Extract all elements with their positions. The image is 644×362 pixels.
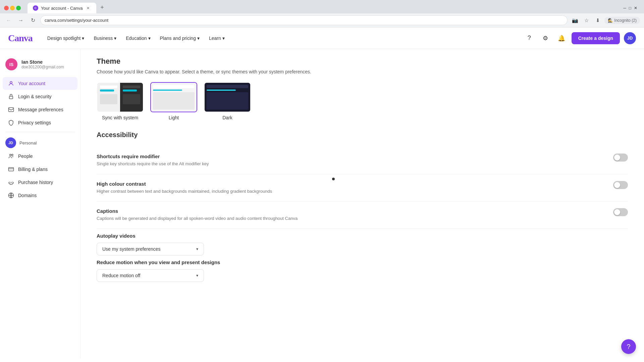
sidebar-item-purchase-history[interactable]: Purchase history (3, 176, 77, 189)
dark-label: Dark (222, 115, 232, 120)
tab-close-btn[interactable]: ✕ (86, 5, 91, 11)
user-avatar[interactable]: JD (624, 32, 636, 44)
nav-plans-pricing[interactable]: Plans and pricing ▾ (156, 33, 204, 44)
preview-bar-teal (100, 89, 114, 92)
browser-title-bar: C Your account - Canva ✕ + ─ □ ✕ (0, 0, 644, 13)
sidebar-item-privacy-settings[interactable]: Privacy settings (3, 116, 77, 129)
tab-bar: C Your account - Canva ✕ + (23, 3, 111, 13)
svg-point-3 (10, 154, 11, 156)
new-tab-btn[interactable]: + (98, 3, 107, 12)
chevron-down-icon-2: ▾ (196, 273, 198, 278)
sidebar-item-people[interactable]: People (3, 150, 77, 163)
window-maximize-btn[interactable] (16, 6, 21, 10)
sidebar-label-purchase-history: Purchase history (18, 180, 53, 185)
sidebar-item-domains[interactable]: Domains (3, 189, 77, 202)
autoplay-value: Use my system preferences (102, 246, 161, 252)
browser-address-bar: ← → ↻ 📷 ☆ ⬇ 🕵 Incognito (2) (0, 13, 644, 27)
personal-avatar: JD (5, 137, 16, 148)
bookmark-icon[interactable]: ☆ (582, 16, 591, 25)
forward-btn[interactable]: → (16, 16, 25, 25)
autoplay-wrapper: Autoplay videos Use my system preference… (97, 233, 628, 255)
sidebar-item-billing-plans[interactable]: Billing & plans (3, 163, 77, 176)
preview-bar-light (100, 85, 117, 88)
help-button[interactable]: ? (621, 339, 636, 354)
contrast-toggle[interactable] (613, 181, 628, 189)
accessibility-item-contrast: High colour contrast Higher contrast bet… (97, 174, 628, 202)
nav-learn[interactable]: Learn ▾ (205, 33, 229, 44)
account-icon (8, 80, 14, 86)
help-icon-btn[interactable]: ? (523, 32, 535, 44)
chevron-down-icon: ▾ (148, 36, 151, 41)
dark-teal-bar (207, 89, 236, 91)
captions-label: Captions (97, 208, 605, 214)
dark-content (207, 92, 248, 110)
win-close[interactable]: ✕ (634, 6, 637, 10)
shortcuts-toggle[interactable] (613, 154, 628, 162)
svg-rect-5 (9, 168, 14, 171)
win-restore[interactable]: □ (629, 6, 631, 10)
reduce-motion-label: Reduce motion when you view and present … (97, 259, 628, 265)
chevron-down-icon: ▾ (196, 247, 198, 251)
sidebar-item-login-security[interactable]: Login & security (3, 90, 77, 103)
accessibility-item-shortcuts: Shortcuts require modifier Single key sh… (97, 147, 628, 174)
theme-option-dark[interactable]: Dark (204, 82, 251, 120)
sync-preview-inner (97, 83, 143, 112)
content-area: Theme Choose how you'd like Canva to app… (80, 49, 644, 359)
personal-label: Personal (19, 140, 37, 145)
notifications-icon-btn[interactable]: 🔔 (555, 32, 568, 44)
sidebar: IS Ian Stone doe301200@gmail.com Your ac… (0, 49, 80, 359)
address-input[interactable] (40, 15, 568, 25)
window-close-btn[interactable] (4, 6, 9, 10)
incognito-badge: 🕵 Incognito (2) (604, 17, 640, 24)
chevron-down-icon: ▾ (114, 36, 116, 41)
sidebar-label-people: People (18, 154, 33, 159)
settings-icon-btn[interactable]: ⚙ (539, 32, 551, 44)
sidebar-item-your-account[interactable]: Your account (3, 77, 77, 90)
sync-half-dark (120, 83, 143, 112)
autoplay-dropdown[interactable]: Use my system preferences ▾ (97, 243, 204, 255)
win-minimize[interactable]: ─ (623, 6, 626, 10)
svg-rect-1 (9, 96, 13, 99)
create-design-btn[interactable]: Create a design (572, 32, 620, 44)
user-email: doe301200@gmail.com (21, 65, 64, 69)
user-avatar-sidebar: IS (5, 58, 17, 70)
user-details: Ian Stone doe301200@gmail.com (21, 59, 64, 69)
theme-option-light[interactable]: Light (150, 82, 197, 120)
back-btn[interactable]: ← (4, 16, 13, 25)
shortcuts-label: Shortcuts require modifier (97, 154, 605, 159)
light-content (153, 92, 195, 110)
nav-education[interactable]: Education ▾ (122, 33, 154, 44)
sidebar-item-message-preferences[interactable]: Message preferences (3, 103, 77, 116)
active-tab[interactable]: C Your account - Canva ✕ (28, 3, 96, 13)
captions-toggle[interactable] (613, 208, 628, 216)
preview-bar-teal-dark (123, 89, 137, 92)
browser-icons: 📷 ☆ ⬇ 🕵 Incognito (2) (570, 16, 640, 25)
shortcuts-desc: Single key shortcuts require the use of … (97, 161, 331, 167)
theme-title: Theme (97, 57, 628, 66)
captions-desc: Captions will be generated and displayed… (97, 215, 331, 222)
light-label: Light (169, 115, 179, 120)
preview-bar-dark (123, 85, 140, 88)
window-minimize-btn[interactable] (10, 6, 15, 10)
reduce-motion-dropdown[interactable]: Reduce motion off ▾ (97, 269, 204, 282)
preview-content-light (100, 94, 117, 104)
sidebar-divider (5, 132, 75, 132)
camera-off-icon[interactable]: 📷 (570, 16, 580, 25)
main-layout: IS Ian Stone doe301200@gmail.com Your ac… (0, 49, 644, 359)
dark-top-bar (207, 85, 248, 88)
chevron-down-icon: ▾ (222, 36, 225, 41)
nav-design-spotlight[interactable]: Design spotlight ▾ (43, 33, 89, 44)
theme-option-sync[interactable]: Sync with system (97, 82, 144, 120)
reload-btn[interactable]: ↻ (28, 16, 38, 25)
nav-links: Design spotlight ▾ Business ▾ Education … (43, 33, 229, 44)
chevron-down-icon: ▾ (82, 36, 84, 41)
domains-icon (8, 192, 14, 198)
dark-preview-box (204, 82, 251, 112)
accessibility-item-captions: Captions Captions will be generated and … (97, 201, 628, 229)
privacy-icon (8, 120, 14, 126)
sync-preview-box (97, 82, 144, 112)
download-icon[interactable]: ⬇ (593, 16, 602, 25)
nav-business[interactable]: Business ▾ (90, 33, 120, 44)
people-icon (8, 153, 14, 159)
canva-logo[interactable]: Canva (8, 33, 33, 44)
